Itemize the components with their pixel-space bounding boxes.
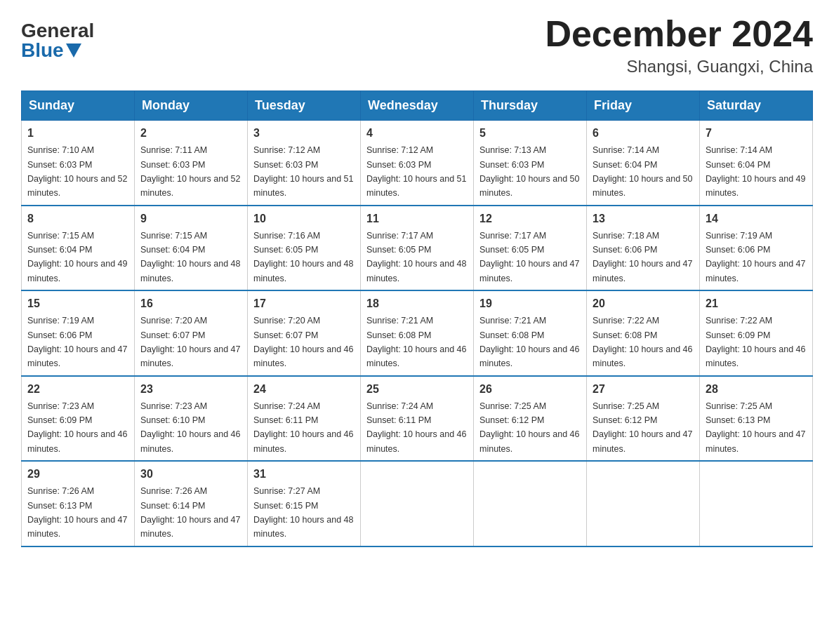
table-row: 22 Sunrise: 7:23 AMSunset: 6:09 PMDaylig…	[22, 376, 135, 462]
table-row: 4 Sunrise: 7:12 AMSunset: 6:03 PMDayligh…	[361, 121, 474, 206]
logo-general-text: General	[21, 21, 94, 41]
location-title: Shangsi, Guangxi, China	[545, 57, 813, 76]
table-row: 9 Sunrise: 7:15 AMSunset: 6:04 PMDayligh…	[135, 206, 248, 291]
page-header: General Blue December 2024 Shangsi, Guan…	[21, 14, 813, 76]
day-number: 10	[253, 210, 355, 227]
table-row: 28 Sunrise: 7:25 AMSunset: 6:13 PMDaylig…	[700, 376, 813, 462]
day-number: 6	[593, 125, 694, 142]
day-info: Sunrise: 7:23 AMSunset: 6:10 PMDaylight:…	[140, 401, 240, 454]
day-number: 31	[253, 466, 355, 483]
table-row	[587, 461, 700, 546]
day-number: 19	[479, 295, 581, 312]
day-info: Sunrise: 7:24 AMSunset: 6:11 PMDaylight:…	[253, 401, 353, 454]
day-number: 5	[479, 125, 581, 142]
header-wednesday: Wednesday	[361, 91, 474, 121]
table-row: 10 Sunrise: 7:16 AMSunset: 6:05 PMDaylig…	[248, 206, 361, 291]
day-info: Sunrise: 7:17 AMSunset: 6:05 PMDaylight:…	[479, 231, 579, 283]
calendar-header-row: Sunday Monday Tuesday Wednesday Thursday…	[22, 91, 813, 121]
calendar-week-row: 15 Sunrise: 7:19 AMSunset: 6:06 PMDaylig…	[22, 290, 813, 376]
day-info: Sunrise: 7:17 AMSunset: 6:05 PMDaylight:…	[366, 231, 466, 283]
day-info: Sunrise: 7:25 AMSunset: 6:12 PMDaylight:…	[593, 401, 692, 454]
table-row: 12 Sunrise: 7:17 AMSunset: 6:05 PMDaylig…	[474, 206, 587, 291]
day-number: 16	[140, 295, 241, 312]
table-row: 17 Sunrise: 7:20 AMSunset: 6:07 PMDaylig…	[248, 290, 361, 376]
table-row: 13 Sunrise: 7:18 AMSunset: 6:06 PMDaylig…	[587, 206, 700, 291]
table-row: 3 Sunrise: 7:12 AMSunset: 6:03 PMDayligh…	[248, 121, 361, 206]
header-tuesday: Tuesday	[248, 91, 361, 121]
logo-blue-text: Blue	[21, 41, 81, 60]
day-number: 13	[593, 210, 694, 227]
table-row: 19 Sunrise: 7:21 AMSunset: 6:08 PMDaylig…	[474, 290, 587, 376]
day-info: Sunrise: 7:22 AMSunset: 6:08 PMDaylight:…	[593, 316, 692, 368]
day-number: 11	[366, 210, 468, 227]
table-row	[474, 461, 587, 546]
day-info: Sunrise: 7:26 AMSunset: 6:13 PMDaylight:…	[27, 486, 127, 539]
day-number: 25	[366, 381, 468, 398]
day-info: Sunrise: 7:20 AMSunset: 6:07 PMDaylight:…	[253, 316, 353, 368]
day-info: Sunrise: 7:24 AMSunset: 6:11 PMDaylight:…	[366, 401, 466, 454]
table-row: 7 Sunrise: 7:14 AMSunset: 6:04 PMDayligh…	[700, 121, 813, 206]
day-number: 12	[479, 210, 581, 227]
header-monday: Monday	[135, 91, 248, 121]
table-row: 31 Sunrise: 7:27 AMSunset: 6:15 PMDaylig…	[248, 461, 361, 546]
day-number: 7	[706, 125, 807, 142]
day-info: Sunrise: 7:14 AMSunset: 6:04 PMDaylight:…	[593, 145, 692, 198]
day-number: 9	[140, 210, 241, 227]
header-friday: Friday	[587, 91, 700, 121]
calendar-week-row: 22 Sunrise: 7:23 AMSunset: 6:09 PMDaylig…	[22, 376, 813, 462]
calendar-week-row: 29 Sunrise: 7:26 AMSunset: 6:13 PMDaylig…	[22, 461, 813, 546]
table-row: 6 Sunrise: 7:14 AMSunset: 6:04 PMDayligh…	[587, 121, 700, 206]
day-info: Sunrise: 7:26 AMSunset: 6:14 PMDaylight:…	[140, 486, 240, 539]
day-number: 4	[366, 125, 468, 142]
day-info: Sunrise: 7:21 AMSunset: 6:08 PMDaylight:…	[479, 316, 579, 368]
table-row: 11 Sunrise: 7:17 AMSunset: 6:05 PMDaylig…	[361, 206, 474, 291]
month-title: December 2024	[545, 14, 813, 54]
day-info: Sunrise: 7:23 AMSunset: 6:09 PMDaylight:…	[27, 401, 127, 454]
day-info: Sunrise: 7:18 AMSunset: 6:06 PMDaylight:…	[593, 231, 692, 283]
day-info: Sunrise: 7:10 AMSunset: 6:03 PMDaylight:…	[27, 145, 127, 198]
day-info: Sunrise: 7:16 AMSunset: 6:05 PMDaylight:…	[253, 231, 353, 283]
day-info: Sunrise: 7:13 AMSunset: 6:03 PMDaylight:…	[479, 145, 579, 198]
svg-marker-0	[66, 43, 81, 58]
day-number: 1	[27, 125, 128, 142]
table-row	[361, 461, 474, 546]
day-number: 20	[593, 295, 694, 312]
day-number: 26	[479, 381, 581, 398]
day-number: 14	[706, 210, 807, 227]
table-row: 8 Sunrise: 7:15 AMSunset: 6:04 PMDayligh…	[22, 206, 135, 291]
day-number: 2	[140, 125, 241, 142]
table-row: 1 Sunrise: 7:10 AMSunset: 6:03 PMDayligh…	[22, 121, 135, 206]
header-thursday: Thursday	[474, 91, 587, 121]
day-info: Sunrise: 7:25 AMSunset: 6:12 PMDaylight:…	[479, 401, 579, 454]
table-row: 5 Sunrise: 7:13 AMSunset: 6:03 PMDayligh…	[474, 121, 587, 206]
calendar-table: Sunday Monday Tuesday Wednesday Thursday…	[21, 90, 813, 547]
day-info: Sunrise: 7:15 AMSunset: 6:04 PMDaylight:…	[27, 231, 127, 283]
table-row: 30 Sunrise: 7:26 AMSunset: 6:14 PMDaylig…	[135, 461, 248, 546]
day-number: 22	[27, 381, 128, 398]
day-number: 8	[27, 210, 128, 227]
day-info: Sunrise: 7:21 AMSunset: 6:08 PMDaylight:…	[366, 316, 466, 368]
calendar-week-row: 8 Sunrise: 7:15 AMSunset: 6:04 PMDayligh…	[22, 206, 813, 291]
day-info: Sunrise: 7:19 AMSunset: 6:06 PMDaylight:…	[27, 316, 127, 368]
header-sunday: Sunday	[22, 91, 135, 121]
day-number: 27	[593, 381, 694, 398]
table-row: 21 Sunrise: 7:22 AMSunset: 6:09 PMDaylig…	[700, 290, 813, 376]
day-number: 28	[706, 381, 807, 398]
day-info: Sunrise: 7:25 AMSunset: 6:13 PMDaylight:…	[706, 401, 805, 454]
title-block: December 2024 Shangsi, Guangxi, China	[545, 14, 813, 76]
table-row: 26 Sunrise: 7:25 AMSunset: 6:12 PMDaylig…	[474, 376, 587, 462]
table-row: 18 Sunrise: 7:21 AMSunset: 6:08 PMDaylig…	[361, 290, 474, 376]
day-info: Sunrise: 7:12 AMSunset: 6:03 PMDaylight:…	[253, 145, 353, 198]
day-number: 18	[366, 295, 468, 312]
day-number: 30	[140, 466, 241, 483]
day-info: Sunrise: 7:27 AMSunset: 6:15 PMDaylight:…	[253, 486, 353, 539]
day-number: 24	[253, 381, 355, 398]
logo-triangle-icon	[66, 43, 81, 58]
table-row: 2 Sunrise: 7:11 AMSunset: 6:03 PMDayligh…	[135, 121, 248, 206]
day-number: 23	[140, 381, 241, 398]
day-info: Sunrise: 7:20 AMSunset: 6:07 PMDaylight:…	[140, 316, 240, 368]
day-number: 29	[27, 466, 128, 483]
table-row: 20 Sunrise: 7:22 AMSunset: 6:08 PMDaylig…	[587, 290, 700, 376]
table-row: 25 Sunrise: 7:24 AMSunset: 6:11 PMDaylig…	[361, 376, 474, 462]
day-info: Sunrise: 7:12 AMSunset: 6:03 PMDaylight:…	[366, 145, 466, 198]
